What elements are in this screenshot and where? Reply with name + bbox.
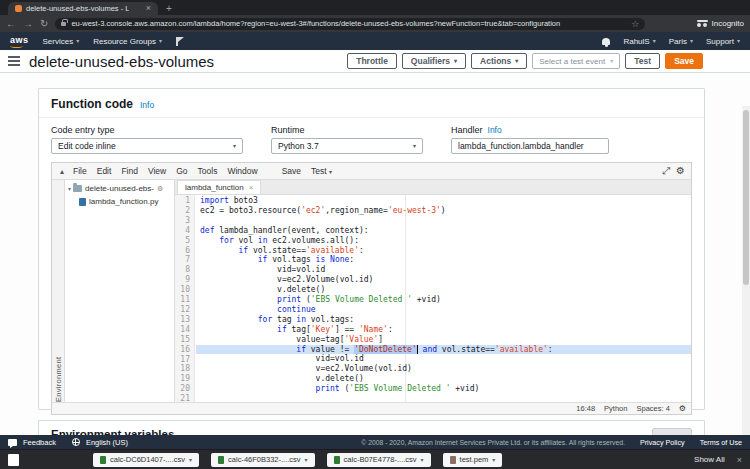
- chevron-down-icon[interactable]: ▾: [492, 456, 495, 463]
- chevron-down-icon[interactable]: ▾: [189, 456, 192, 463]
- editor-settings-gear-icon[interactable]: ⚙: [676, 166, 685, 176]
- code-line[interactable]: v=ec2.Volume(vol.id): [200, 275, 691, 285]
- environment-strip[interactable]: Environment: [52, 180, 65, 402]
- chevron-down-icon[interactable]: ▾: [421, 456, 424, 463]
- menu-collapse-icon[interactable]: ▴: [56, 167, 68, 176]
- editor-menu-item[interactable]: File: [68, 166, 92, 176]
- editor-test-menu[interactable]: Test ▾: [306, 166, 337, 176]
- nav-services[interactable]: Services▾: [43, 37, 80, 46]
- code-line[interactable]: vid=vol.id: [200, 265, 691, 275]
- language-mode[interactable]: Python: [604, 404, 627, 413]
- spaces-setting[interactable]: Spaces: 4: [636, 404, 669, 413]
- code-line[interactable]: if vol.tags is None:: [200, 255, 691, 265]
- code-line[interactable]: v=ec2.Volume(vol.id): [200, 364, 691, 374]
- code-line[interactable]: print ('EBS Volume Deleted ' +vid): [200, 384, 691, 394]
- code-line[interactable]: continue: [200, 305, 691, 315]
- cursor-position[interactable]: 16:48: [576, 404, 595, 413]
- tree-caret-icon[interactable]: ▾: [68, 185, 71, 192]
- editor-tab-bar: lambda_function ×: [175, 180, 691, 195]
- code-line[interactable]: for tag in vol.tags:: [200, 315, 691, 325]
- page-scrollbar[interactable]: [742, 106, 750, 469]
- handler-info-link[interactable]: Info: [488, 125, 502, 135]
- code-line[interactable]: if value != 'DoNotDelete' and vol.state=…: [196, 345, 691, 355]
- nav-user-menu[interactable]: RahulS▾: [623, 37, 655, 46]
- code-line[interactable]: v.delete(): [200, 285, 691, 295]
- code-line[interactable]: ec2 = boto3.resource('ec2',region_name='…: [200, 206, 691, 216]
- editor-save-menu[interactable]: Save: [277, 166, 306, 176]
- throttle-button[interactable]: Throttle: [347, 53, 397, 69]
- runtime-select[interactable]: Python 3.7▾: [271, 138, 423, 154]
- browser-tab[interactable]: delete-unused-ebs-volumes - L ×: [8, 2, 158, 15]
- code-line[interactable]: value=tag['Value']: [200, 335, 691, 345]
- editor-menu-item[interactable]: Tools: [193, 166, 223, 176]
- folder-gear-icon[interactable]: ⚙: [157, 185, 163, 193]
- chevron-down-icon: ▾: [737, 38, 740, 44]
- bookmark-star-icon[interactable]: ☆: [631, 19, 639, 29]
- editor-menu-item[interactable]: View: [143, 166, 171, 176]
- nav-resource-groups[interactable]: Resource Groups▾: [93, 37, 162, 46]
- handler-input[interactable]: lambda_function.lambda_handler: [451, 138, 609, 154]
- info-link[interactable]: Info: [140, 100, 154, 110]
- aws-smile-icon: [10, 44, 23, 48]
- privacy-policy-link[interactable]: Privacy Policy: [640, 438, 685, 447]
- scrollbar-thumb[interactable]: [743, 110, 749, 285]
- code-line[interactable]: def lambda_handler(event, context):: [200, 226, 691, 236]
- download-chip[interactable]: test.pem▾: [443, 453, 503, 467]
- actions-button[interactable]: Actions▾: [471, 53, 527, 69]
- tree-folder-row[interactable]: ▾ delete-unused-ebs- ⚙: [65, 182, 174, 195]
- feedback-button[interactable]: Feedback: [23, 438, 56, 447]
- chevron-down-icon[interactable]: ▾: [305, 456, 308, 463]
- code-area[interactable]: 123456789101112131415161718192021 import…: [175, 195, 691, 402]
- back-button[interactable]: ←: [6, 19, 16, 29]
- test-button[interactable]: Test: [625, 53, 660, 69]
- terms-of-use-link[interactable]: Terms of Use: [700, 438, 742, 447]
- function-code-card: Function code Info Code entry type Edit …: [38, 88, 705, 410]
- download-items: calc-DC6D1407-....csv▾calc-46F0B332-....…: [93, 453, 502, 467]
- download-filename: calc-46F0B332-....csv: [228, 455, 301, 464]
- aws-logo[interactable]: aws: [10, 35, 29, 47]
- editor-menu-item[interactable]: Go: [171, 166, 192, 176]
- test-event-select[interactable]: Select a test event▾: [532, 53, 620, 69]
- code-line[interactable]: [200, 216, 691, 226]
- nav-region-menu[interactable]: Paris▾: [669, 37, 693, 46]
- tab-close-icon[interactable]: ×: [146, 4, 151, 13]
- hamburger-menu-icon[interactable]: [8, 60, 20, 62]
- download-chip[interactable]: calc-46F0B332-....csv▾: [211, 453, 315, 467]
- notifications-bell-icon[interactable]: [602, 38, 610, 45]
- show-all-button[interactable]: Show All: [694, 455, 725, 464]
- download-chip[interactable]: calc-DC6D1407-....csv▾: [93, 453, 199, 467]
- code-line[interactable]: vid=vol.id: [200, 354, 691, 364]
- editor-menu-item[interactable]: Edit: [92, 166, 117, 176]
- code-line[interactable]: import boto3: [200, 196, 691, 206]
- code-line[interactable]: [200, 394, 691, 402]
- editor-tab-close-icon[interactable]: ×: [249, 183, 254, 192]
- code-gutter: 123456789101112131415161718192021: [175, 195, 195, 402]
- editor-tab[interactable]: lambda_function ×: [177, 180, 261, 194]
- fullscreen-expand-icon[interactable]: ⤢: [662, 166, 670, 176]
- code-entry-type-select[interactable]: Edit code inline▾: [51, 138, 243, 154]
- code-line[interactable]: print ('EBS Volume Deleted ' +vid): [200, 295, 691, 305]
- code-line[interactable]: if vol.state=='available':: [200, 246, 691, 256]
- chevron-down-icon: ▾: [413, 143, 416, 149]
- code-line[interactable]: v.delete(): [200, 374, 691, 384]
- new-tab-button[interactable]: +: [166, 2, 172, 15]
- status-gear-icon[interactable]: ⚙: [679, 404, 686, 413]
- qualifiers-button[interactable]: Qualifiers▾: [402, 53, 466, 69]
- save-button[interactable]: Save: [665, 53, 703, 69]
- forward-button[interactable]: →: [23, 19, 33, 29]
- editor-menu-item[interactable]: Window: [222, 166, 262, 176]
- tab-favicon: [15, 5, 22, 12]
- download-chip[interactable]: calc-B07E4778-....csv▾: [327, 453, 431, 467]
- close-downloads-icon[interactable]: ×: [737, 455, 742, 465]
- code-line[interactable]: for vol in ec2.volumes.all():: [200, 236, 691, 246]
- address-bar[interactable]: eu-west-3.console.aws.amazon.com/lambda/…: [55, 18, 645, 30]
- code-editor: ▴ FileEditFindViewGoToolsWindow Save Tes…: [51, 162, 692, 415]
- tree-file-row[interactable]: lambda_function.py: [65, 195, 174, 208]
- incognito-label: Incognito: [712, 19, 744, 28]
- code-line[interactable]: if tag['Key'] == 'Name':: [200, 325, 691, 335]
- language-selector[interactable]: English (US): [86, 438, 128, 447]
- nav-support-menu[interactable]: Support▾: [706, 37, 740, 46]
- reload-button[interactable]: ↻: [40, 19, 48, 29]
- editor-menu-item[interactable]: Find: [116, 166, 143, 176]
- pin-flag-icon[interactable]: [176, 37, 178, 46]
